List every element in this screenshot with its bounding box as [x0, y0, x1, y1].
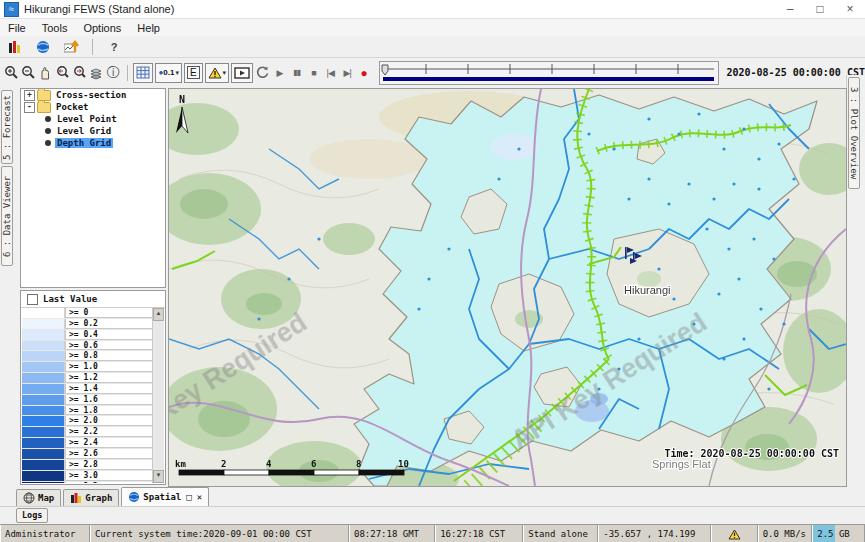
legend-row[interactable]: >= 0.8 [22, 351, 153, 362]
legend-row-label: >= 1.6 [65, 395, 153, 405]
last-frame-icon[interactable]: ▶| [340, 63, 355, 83]
tab-maximize-icon[interactable]: □ [186, 492, 191, 502]
record-icon[interactable]: ● [357, 63, 372, 83]
svg-text:8: 8 [356, 459, 361, 469]
menu-file[interactable]: File [0, 22, 34, 34]
legend-row[interactable]: >= 2.2 [22, 427, 153, 438]
globe-icon [128, 491, 140, 503]
timeline-date: 2020-08-25 00:00:00 CST [726, 67, 864, 78]
zoom-out-icon[interactable] [21, 63, 36, 83]
tab-close-icon[interactable]: ✕ [197, 492, 202, 502]
tab-plot-overview[interactable]: 3 : Plot Overview [848, 77, 860, 189]
tab-graph[interactable]: Graph [63, 489, 119, 506]
zoom-in-icon[interactable] [4, 63, 19, 83]
legend-color-swatch [22, 362, 65, 372]
menu-bar: File Tools Options Help [0, 19, 865, 36]
legend-row[interactable]: >= 2.6 [22, 449, 153, 460]
tree-item-level-point[interactable]: Level Point [21, 113, 165, 125]
help-icon[interactable]: ? [103, 37, 125, 57]
legend-row[interactable]: >= 1.0 [22, 362, 153, 373]
legend-row[interactable]: >= 0 [22, 308, 153, 319]
zoom-previous-icon[interactable] [55, 63, 70, 83]
chevron-down-icon: ▾ [223, 69, 227, 77]
minimize-button[interactable]: – [775, 0, 805, 18]
legend-row-label: >= 2.8 [65, 460, 153, 470]
zoom-next-icon[interactable] [72, 63, 87, 83]
tab-map[interactable]: Map [16, 489, 61, 506]
bullet-icon [45, 128, 51, 134]
legend-color-swatch [22, 406, 65, 416]
svg-text:km: km [175, 459, 186, 469]
legend-row[interactable]: >= 2.0 [22, 416, 153, 427]
legend-color-swatch [22, 341, 65, 351]
grid-toggle-icon[interactable] [133, 63, 153, 83]
status-warning[interactable] [711, 525, 758, 542]
legend-row[interactable]: >= 1.2 [22, 373, 153, 384]
expand-icon[interactable]: + [24, 90, 35, 101]
logs-row: Logs [0, 506, 865, 524]
legend-row[interactable]: >= 2.8 [22, 460, 153, 471]
last-value-checkbox[interactable] [27, 294, 38, 305]
map-time-label: Time: 2020-08-25 00:00:00 CST [664, 448, 839, 459]
legend-row[interactable]: >= 0.6 [22, 341, 153, 352]
legend-row[interactable]: >= 0.4 [22, 330, 153, 341]
wireframe-globe-icon [23, 492, 35, 504]
legend-row[interactable]: >= 3.0 [22, 471, 153, 482]
tree-item-pocket[interactable]: - Pocket [21, 101, 165, 113]
legend-row-label: >= 1.4 [65, 384, 153, 394]
warning-icon [208, 67, 222, 79]
pause-icon[interactable]: ▮▮ [289, 63, 304, 83]
replay-icon[interactable] [255, 63, 270, 83]
first-frame-icon[interactable]: |◀ [323, 63, 338, 83]
menu-tools[interactable]: Tools [34, 22, 76, 34]
timeline-handle [382, 65, 388, 75]
globe-icon[interactable] [32, 37, 54, 57]
legend-row-label: >= 2.4 [65, 438, 153, 448]
scroll-up-icon[interactable]: ▲ [153, 308, 164, 321]
scroll-down-icon[interactable]: ▼ [153, 470, 164, 483]
collapse-icon[interactable]: - [24, 102, 35, 113]
warning-dropdown[interactable]: ▾ [205, 63, 230, 83]
bar-chart-icon [70, 492, 82, 504]
tab-spatial[interactable]: Spatial □ ✕ [121, 487, 209, 506]
legend-row[interactable]: >= 1.4 [22, 384, 153, 395]
legend-row-label: >= 1.0 [65, 362, 153, 372]
tree-item-depth-grid[interactable]: Depth Grid [21, 137, 165, 149]
tab-forecast[interactable]: 5 : Forecast [1, 90, 13, 164]
pan-hand-icon[interactable] [38, 63, 53, 83]
database-icon[interactable] [4, 37, 26, 57]
document-tabs: Map Graph Spatial □ ✕ [0, 487, 865, 506]
logs-button[interactable]: Logs [16, 508, 48, 523]
bullet-icon [45, 140, 51, 146]
classification-button[interactable]: E [184, 63, 203, 83]
status-coordinates: -35.657 , 174.199 [598, 525, 710, 542]
info-icon[interactable]: ⓘ [106, 63, 121, 83]
close-button[interactable]: × [835, 0, 865, 18]
legend-color-swatch [22, 427, 65, 437]
legend-row[interactable]: >= 1.8 [22, 406, 153, 417]
tab-data-viewer[interactable]: 6 : Data Viewer [1, 166, 13, 266]
timeseries-import-icon[interactable] [60, 37, 82, 57]
menu-options[interactable]: Options [75, 22, 129, 34]
play-icon[interactable]: ▶ [272, 63, 287, 83]
svg-text:N: N [179, 94, 185, 105]
legend-row[interactable]: >= 1.6 [22, 395, 153, 406]
legend-row[interactable]: >= 0.2 [22, 319, 153, 330]
contour-dropdown[interactable]: ● 0.1 ▾ [155, 63, 181, 83]
tree-item-level-grid[interactable]: Level Grid [21, 125, 165, 137]
status-local-time: 16:27:18 CST [435, 525, 523, 542]
animation-window-button[interactable] [231, 63, 253, 83]
stop-icon[interactable]: ■ [306, 63, 321, 83]
legend-color-swatch [22, 395, 65, 405]
timeline-slider[interactable] [379, 61, 719, 85]
map-canvas[interactable]: API Key Required API Key Required N Hiku… [168, 88, 847, 487]
legend-row[interactable]: >= 2.4 [22, 438, 153, 449]
menu-help[interactable]: Help [129, 22, 168, 34]
legend-scrollbar[interactable]: ▲ ▼ [152, 308, 164, 483]
maximize-button[interactable]: □ [805, 0, 835, 18]
legend-row-label: >= 3.0 [65, 471, 153, 481]
legend-color-swatch [22, 438, 65, 448]
layers-icon[interactable] [89, 63, 104, 83]
legend-row[interactable]: >= 3.2 [22, 482, 153, 484]
status-user: Administrator [0, 525, 90, 542]
